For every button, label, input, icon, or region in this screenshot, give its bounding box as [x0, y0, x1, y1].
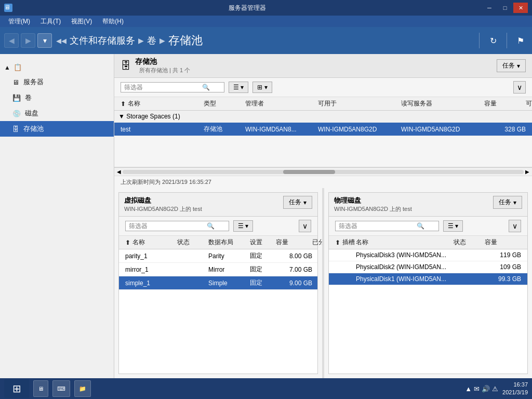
- pdisk-collapse-button[interactable]: ∨: [509, 220, 521, 232]
- sidebar-volumes-label: 卷: [25, 93, 32, 102]
- titlebar: 🖥 服务器管理器 ─ □ ✕: [0, 0, 532, 16]
- pdisk-col-name[interactable]: 名称: [356, 238, 454, 247]
- pool-table-row[interactable]: test 存储池 WIN-IGMD5AN8... WIN-IGMD5AN8G2D…: [114, 123, 532, 136]
- pool-col-name[interactable]: ⬆ 名称: [121, 99, 204, 108]
- pdisk-search-icon[interactable]: 🔍: [417, 222, 424, 230]
- pdisk-row-0[interactable]: PhysicalDisk3 (WIN-IGMD5AN... 119 GB: [329, 249, 527, 261]
- sidebar-item-disks[interactable]: 💿 磁盘: [0, 105, 114, 121]
- vdisk-row-2[interactable]: simple_1 Simple 固定 9.00 GB 9.00 GB: [119, 276, 317, 290]
- menu-help[interactable]: 帮助(H): [98, 16, 128, 27]
- pool-scrollbar[interactable]: ◀ ▶: [114, 167, 532, 176]
- vdisk-subtitle: WIN-IGMD5AN8G2D 上的 test: [124, 205, 202, 213]
- taskbar-app-2-icon: 📁: [79, 385, 86, 392]
- pool-group-header[interactable]: ▼ Storage Spaces (1): [114, 111, 532, 123]
- sidebar-item-volumes[interactable]: 💾 卷: [0, 90, 114, 105]
- sidebar-category-icon: 📋: [14, 63, 22, 71]
- vdisk-collapse-button[interactable]: ∨: [299, 220, 311, 232]
- pdisk-section: 物理磁盘 WIN-IGMD5AN8G2D 上的 test 任务 ▾ 🔍: [324, 188, 532, 378]
- vdisk-sort-icon: ⬆: [125, 239, 130, 246]
- pool-filter-input[interactable]: [124, 84, 202, 91]
- menubar: 管理(M) 工具(T) 视图(V) 帮助(H): [0, 16, 532, 27]
- sidebar-expand-icon: ▲: [4, 64, 10, 71]
- notify-up-icon[interactable]: ▲: [465, 385, 472, 393]
- sidebar-server-icon: 🖥: [12, 78, 19, 86]
- taskbar-right: ▲ ✉ 🔊 ⚠ 16:37 2021/3/19: [465, 381, 528, 397]
- sidebar-pools-icon: 🗄: [12, 125, 19, 133]
- pdisk-row-1[interactable]: PhysicalDisk2 (WIN-IGMD5AN... 109 GB: [329, 261, 527, 273]
- taskbar-app-1[interactable]: ⌨: [52, 380, 70, 397]
- breadcrumb-sep-2: ▶: [159, 36, 165, 45]
- breadcrumb-volumes[interactable]: 卷: [147, 34, 156, 47]
- menu-manage[interactable]: 管理(M): [4, 16, 34, 27]
- pool-col-rw[interactable]: 读写服务器: [401, 99, 484, 108]
- vdisk-col-layout[interactable]: 数据布局: [208, 238, 250, 247]
- sidebar-category-top: ▲ 📋: [0, 60, 114, 74]
- taskbar-notify-icons: ▲ ✉ 🔊 ⚠: [465, 385, 498, 393]
- notify-mail-icon[interactable]: ✉: [474, 385, 480, 393]
- pool-collapse-button[interactable]: ∨: [513, 81, 526, 94]
- pool-col-capacity[interactable]: 容量: [484, 99, 526, 108]
- toolbar-divider-1: [479, 33, 480, 48]
- vdisk-col-state[interactable]: 状态: [177, 238, 208, 247]
- pool-section-header: 🗄 存储池 所有存储池 | 共 1 个 任务 ▾: [114, 54, 532, 78]
- notify-speaker-icon[interactable]: 🔊: [482, 385, 490, 393]
- pdisk-col-cap[interactable]: 容量: [485, 238, 521, 247]
- scroll-track: [123, 170, 524, 174]
- vdisk-filter-input[interactable]: [129, 222, 207, 230]
- pool-col-free[interactable]: 可用空间: [526, 99, 532, 108]
- back-button[interactable]: ◀: [4, 33, 19, 48]
- pool-group-button[interactable]: ⊞ ▾: [252, 82, 272, 93]
- menu-tools[interactable]: 工具(T): [36, 16, 65, 27]
- nav-dropdown-button[interactable]: ▾: [37, 33, 52, 48]
- refresh-toolbar-button[interactable]: ↻: [486, 33, 500, 48]
- scroll-thumb[interactable]: [283, 170, 335, 174]
- vdisk-col-provision[interactable]: 设置: [250, 238, 276, 247]
- windows-icon: ⊞: [12, 382, 21, 395]
- pdisk-table-header: ⬆ 插槽 名称 状态 容量: [329, 236, 527, 249]
- breadcrumb-separator-1: ◀◀: [56, 37, 66, 45]
- pool-col-available[interactable]: 可用于: [318, 99, 401, 108]
- sidebar-item-server[interactable]: 🖥 服务器: [0, 74, 114, 90]
- minimize-button[interactable]: ─: [482, 3, 497, 13]
- close-button[interactable]: ✕: [513, 3, 528, 13]
- vdisk-row-0[interactable]: parity_1 Parity 固定 8.00 GB 8.00 GB: [119, 249, 317, 263]
- vdisk-col-name[interactable]: ⬆ 名称: [125, 238, 177, 247]
- pdisk-filter-input[interactable]: [339, 222, 417, 230]
- breadcrumb-files[interactable]: 文件和存储服务: [70, 34, 135, 47]
- taskbar-app-0[interactable]: 🖥: [33, 380, 48, 397]
- pdisk-row-2[interactable]: PhysicalDisk1 (WIN-IGMD5AN... 99.3 GB: [329, 273, 527, 285]
- pool-search-icon[interactable]: 🔍: [202, 84, 210, 91]
- pool-row-name: test: [121, 126, 204, 133]
- flag-button[interactable]: ⚑: [513, 33, 528, 48]
- pool-empty-space: [114, 136, 532, 167]
- menu-view[interactable]: 视图(V): [67, 16, 96, 27]
- sidebar-pools-label: 存储池: [23, 124, 44, 134]
- pool-row-manager: WIN-IGMD5AN8...: [245, 126, 318, 133]
- notify-warn-icon[interactable]: ⚠: [492, 385, 498, 393]
- pdisk-task-button[interactable]: 任务 ▾: [493, 196, 522, 209]
- pool-section-subtitle: 所有存储池 | 共 1 个: [139, 66, 190, 74]
- pdisk-col-slot[interactable]: ⬆ 插槽: [335, 238, 356, 247]
- scroll-left-btn[interactable]: ◀: [115, 169, 123, 175]
- taskbar: ⊞ 🖥 ⌨ 📁 ▲ ✉ 🔊 ⚠ 16:37 2021/3/19: [0, 378, 532, 399]
- breadcrumb-current: 存储池: [168, 33, 203, 48]
- vdisk-col-cap[interactable]: 容量: [276, 238, 312, 247]
- pdisk-col-state[interactable]: 状态: [454, 238, 485, 247]
- pdisk-view-button[interactable]: ☰ ▾: [443, 220, 463, 232]
- taskbar-app-2[interactable]: 📁: [74, 380, 91, 397]
- vdisk-view-button[interactable]: ☰ ▾: [233, 220, 253, 232]
- forward-button[interactable]: ▶: [21, 33, 35, 48]
- pool-view-button[interactable]: ☰ ▾: [229, 82, 248, 93]
- vdisk-task-button[interactable]: 任务 ▾: [283, 196, 312, 209]
- vdisk-row-1[interactable]: mirror_1 Mirror 固定 7.00 GB 7.00 GB: [119, 263, 317, 276]
- vdisk-search-icon[interactable]: 🔍: [207, 222, 215, 230]
- sidebar-item-pools[interactable]: 🗄 存储池: [0, 121, 114, 137]
- start-button[interactable]: ⊞: [4, 379, 29, 398]
- pool-task-button[interactable]: 任务 ▾: [497, 59, 526, 72]
- pool-task-dropdown-icon: ▾: [517, 62, 520, 70]
- scroll-right-btn[interactable]: ▶: [524, 169, 531, 175]
- pool-col-manager[interactable]: 管理者: [245, 99, 318, 108]
- pool-col-type[interactable]: 类型: [204, 99, 245, 108]
- sidebar-volumes-icon: 💾: [12, 94, 21, 102]
- maximize-button[interactable]: □: [498, 3, 512, 13]
